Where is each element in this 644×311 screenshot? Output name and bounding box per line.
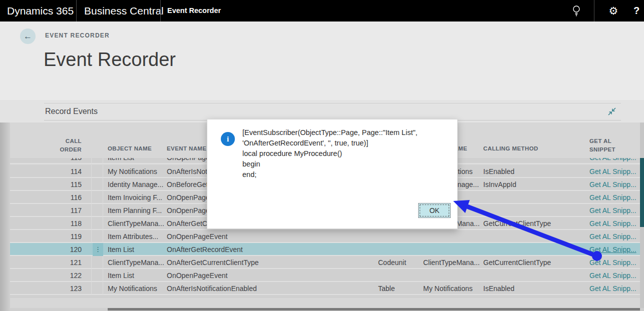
cell-call-order: 118	[42, 217, 82, 230]
settings-gear-icon[interactable]: ⚙	[606, 0, 621, 22]
cell-object-name: Item Attributes...	[108, 230, 158, 243]
get-al-snippet-link[interactable]: Get AL Snipp...	[589, 256, 636, 269]
ok-button[interactable]: OK	[418, 203, 451, 218]
cell-call-order: 120	[42, 243, 82, 256]
dynamics-365-logo[interactable]: Dynamics 365	[7, 0, 74, 22]
cell-calling-object-name: ClientTypeMana...	[423, 256, 480, 269]
cell-call-order: 116	[42, 191, 82, 204]
cell-call-order: 122	[42, 269, 82, 282]
dialog-message: [EventSubscriber(ObjectType::Page, Page:…	[242, 128, 448, 180]
cell-object-name: ClientTypeMana...	[108, 256, 164, 269]
cell-object-name: My Notifications	[108, 282, 157, 295]
get-al-snippet-link[interactable]: Get AL Snipp...	[589, 178, 636, 191]
divider	[44, 103, 621, 104]
cell-object-name: Item Invoicing F...	[108, 191, 162, 204]
get-al-snippet-link[interactable]: Get AL Snipp...	[589, 217, 636, 230]
back-button[interactable]: ←	[20, 28, 36, 44]
horizontal-scrollbar-thumb[interactable]	[108, 308, 640, 310]
al-snippet-dialog: i [EventSubscriber(ObjectType::Page, Pag…	[207, 119, 458, 229]
code-line: local procedure MyProcedure()	[242, 148, 448, 159]
cell-calling-method: GetCurrentClientType	[483, 217, 551, 230]
code-line: begin	[242, 159, 448, 170]
cell-event-name: OnOpenPageEvent	[167, 269, 227, 282]
help-icon[interactable]: ?	[630, 0, 643, 22]
cell-call-order: 117	[42, 204, 82, 217]
info-icon: i	[221, 132, 235, 146]
cell-event-name: OnOpenPageEvent	[167, 230, 227, 243]
cell-calling-object-type: Table	[378, 282, 395, 295]
cell-calling-method: IsEnabled	[483, 165, 514, 178]
cell-calling-object-type: Codeunit	[378, 256, 406, 269]
collapse-section-icon[interactable]	[606, 106, 617, 117]
get-al-snippet-link[interactable]: Get AL Snipp...	[589, 230, 636, 243]
topbar-divider	[76, 0, 77, 22]
get-al-snippet-link[interactable]: Get AL Snipp...	[589, 204, 636, 217]
cell-object-name: Item List	[108, 158, 134, 164]
page-title: Event Recorder	[44, 49, 176, 70]
code-line: 'OnAfterGetRecordEvent', '', true, true)…	[242, 138, 448, 148]
business-central-link[interactable]: Business Central	[84, 0, 164, 22]
cell-calling-method: IsInvAppId	[483, 178, 516, 191]
cell-object-name: ClientTypeMana...	[108, 217, 164, 230]
get-al-snippet-link[interactable]: Get AL Snipp...	[589, 158, 636, 164]
table-row[interactable]: 119 Item Attributes... OnOpenPageEvent G…	[10, 230, 640, 243]
page-caption: EVENT RECORDER	[45, 32, 110, 39]
left-edge-shadow	[0, 122, 10, 311]
section-title-record-events[interactable]: Record Events	[45, 107, 98, 116]
cell-object-name: Item List	[108, 243, 134, 256]
tell-me-lightbulb-icon[interactable]	[569, 0, 584, 22]
topbar-divider	[160, 0, 161, 22]
cell-object-name: My Notifications	[108, 165, 157, 178]
vertical-scrollbar-thumb[interactable]	[640, 158, 644, 227]
table-row-selected[interactable]: 120 ⋮ Item List OnAfterGetRecordEvent Ge…	[10, 243, 640, 256]
back-arrow-icon: ←	[24, 32, 32, 42]
cell-calling-method: GetCurrentClientType	[483, 256, 551, 269]
cell-event-name: OnAfterGetCurrentClientType	[167, 256, 259, 269]
event-recorder-page: Dynamics 365 Business Central Event Reco…	[0, 0, 644, 311]
cell-call-order: 115	[42, 178, 82, 191]
cell-call-order: 119	[42, 230, 82, 243]
cell-event-name: OnAfterIsNotificationEnabled	[167, 282, 257, 295]
row-context-menu-button[interactable]: ⋮	[93, 243, 103, 256]
topbar-divider	[594, 0, 594, 22]
column-header-event-name[interactable]: EVENT NAME	[167, 146, 206, 152]
column-header-get-al-snippet[interactable]: GET AL SNIPPET	[589, 137, 615, 154]
cell-object-name: Item List	[108, 269, 134, 282]
table-row[interactable]: 122 Item List OnOpenPageEvent Get AL Sni…	[10, 269, 640, 282]
app-top-bar: Dynamics 365 Business Central Event Reco…	[0, 0, 644, 22]
cell-calling-method: IsEnabled	[483, 282, 514, 295]
table-row[interactable]: 121 ClientTypeMana... OnAfterGetCurrentC…	[10, 256, 640, 269]
get-al-snippet-link[interactable]: Get AL Snipp...	[589, 282, 636, 295]
code-line: end;	[242, 170, 448, 180]
column-header-call-order[interactable]: CALL ORDER	[42, 137, 82, 154]
cell-event-name: OnBeforeGet	[167, 178, 208, 191]
column-header-object-name[interactable]: OBJECT NAME	[108, 146, 152, 152]
topbar-page-title: Event Recorder	[167, 0, 221, 22]
table-row[interactable]: 123 My Notifications OnAfterIsNotificati…	[10, 282, 640, 295]
get-al-snippet-link[interactable]: Get AL Snipp...	[589, 269, 636, 282]
cell-call-order: 123	[42, 282, 82, 295]
code-line: [EventSubscriber(ObjectType::Page, Page:…	[242, 128, 448, 138]
cell-object-name: Item Planning F...	[108, 204, 162, 217]
cell-call-order: 114	[42, 165, 82, 178]
partial-row	[10, 295, 640, 298]
get-al-snippet-link-active[interactable]: Get AL Snipp...	[589, 243, 636, 256]
cell-call-order: 121	[42, 256, 82, 269]
cell-object-name: Identity Manage...	[108, 178, 163, 191]
cell-calling-object-name: My Notifications	[423, 282, 473, 295]
get-al-snippet-link[interactable]: Get AL Snipp...	[589, 191, 636, 204]
cell-call-order: 113	[42, 158, 82, 164]
column-header-calling-method[interactable]: CALLING METHOD	[483, 146, 538, 152]
get-al-snippet-link[interactable]: Get AL Snipp...	[589, 165, 636, 178]
cell-event-name: OnAfterGetRecordEvent	[167, 243, 243, 256]
